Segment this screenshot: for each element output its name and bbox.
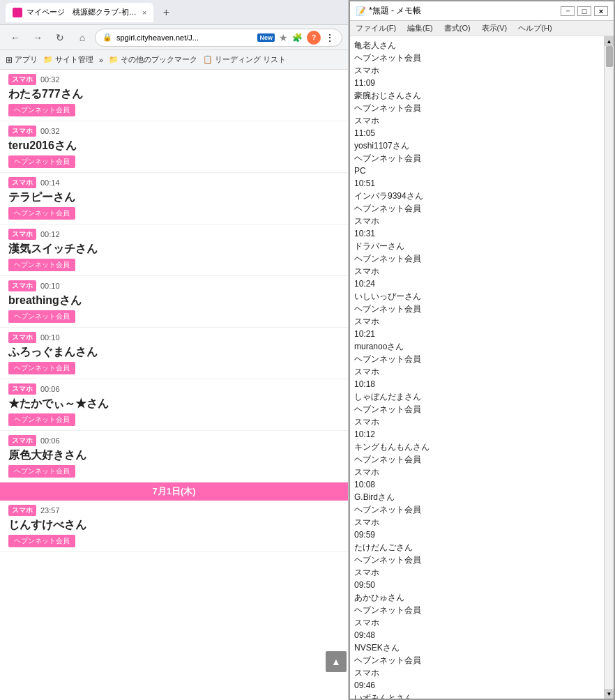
profile-icon[interactable]: ？ (307, 31, 321, 45)
browser-controls: ← → ↻ ⌂ 🔒 spgirl.cityheaven.net/J... New… (0, 25, 348, 50)
visitor-entry[interactable]: スマホ00:06原色大好きさんヘブンネット会員 (0, 431, 348, 482)
notepad-window: 📝 *無題 - メモ帳 － □ × ファイル(F) 編集(E) 書式(O) 表示… (349, 0, 615, 700)
browser-tab[interactable]: マイページ 桃源郷クラブ-初美 あい × (6, 3, 153, 22)
time-label: 00:32 (40, 75, 60, 84)
browser-window: マイページ 桃源郷クラブ-初美 あい × + ← → ↻ ⌂ 🔒 spgirl.… (0, 0, 349, 700)
member-badge: ヘブンネット会員 (8, 259, 75, 271)
tab-title: マイページ 桃源郷クラブ-初美 あい (26, 7, 138, 17)
scroll-up-arrow[interactable]: ▲ (605, 36, 614, 46)
reading-list[interactable]: 📋 リーディング リスト (203, 54, 286, 65)
home-button[interactable]: ⌂ (73, 28, 92, 47)
new-tab-button[interactable]: + (156, 3, 176, 22)
visitor-name[interactable]: テラピーさん (8, 190, 340, 205)
bookmarks-bar: ⊞ アプリ 📁 サイト管理 » 📁 その他のブックマーク 📋 リーディング リス… (0, 50, 348, 70)
member-badge: ヘブンネット会員 (8, 207, 75, 220)
device-badge: スマホ (8, 332, 36, 343)
time-label: 00:12 (40, 230, 60, 238)
notepad-maximize-button[interactable]: □ (577, 6, 591, 16)
device-badge: スマホ (8, 177, 36, 188)
visitor-name[interactable]: 漢気スイッチさん (8, 242, 340, 257)
visitor-entry[interactable]: スマホ00:32わたる777さんヘブンネット会員 (0, 70, 348, 121)
member-badge: ヘブンネット会員 (8, 465, 75, 478)
time-label: 00:06 (40, 436, 60, 445)
menu-file[interactable]: ファイル(F) (353, 22, 399, 35)
visitor-name[interactable]: わたる777さん (8, 87, 340, 102)
time-label: 00:32 (40, 127, 60, 135)
member-badge: ヘブンネット会員 (8, 104, 75, 116)
scroll-track[interactable] (605, 46, 614, 689)
other-bookmarks[interactable]: 📁 その他のブックマーク (109, 54, 197, 65)
forward-button[interactable]: → (28, 28, 47, 47)
device-badge: スマホ (8, 280, 36, 291)
menu-view[interactable]: 表示(V) (479, 22, 510, 35)
member-badge: ヘブンネット会員 (8, 413, 75, 426)
more-bookmarks[interactable]: » (99, 56, 103, 64)
browser-content[interactable]: スマホ00:32わたる777さんヘブンネット会員スマホ00:32teru2016… (0, 70, 348, 700)
back-button[interactable]: ← (6, 28, 25, 47)
apps-grid-icon: ⊞ (6, 55, 13, 65)
visitor-name[interactable]: breathingさん (8, 294, 340, 308)
time-label: 00:10 (40, 282, 60, 290)
address-text: spgirl.cityheaven.net/J... (116, 33, 250, 42)
visitor-entry[interactable]: スマホ00:10breathingさんヘブンネット会員 (0, 276, 348, 328)
admin-label: サイト管理 (55, 54, 93, 65)
visitor-entry[interactable]: スマホ23:57じんすけべさんヘブンネット会員 (0, 501, 348, 552)
visitor-entry[interactable]: スマホ00:12漢気スイッチさんヘブンネット会員 (0, 225, 348, 276)
device-badge: スマホ (8, 229, 36, 240)
scroll-up-button[interactable]: ▲ (326, 651, 347, 672)
refresh-button[interactable]: ↻ (50, 28, 70, 47)
folder-icon: 📁 (43, 55, 53, 64)
member-badge: ヘブンネット会員 (8, 310, 75, 323)
member-badge: ヘブンネット会員 (8, 362, 75, 374)
time-label: 00:10 (40, 333, 60, 342)
browser-titlebar: マイページ 桃源郷クラブ-初美 あい × + (0, 0, 348, 25)
notepad-titlebar: 📝 *無題 - メモ帳 － □ × (350, 1, 614, 21)
visitor-name[interactable]: 原色大好きさん (8, 448, 340, 463)
extension-icon[interactable]: 🧩 (292, 33, 303, 43)
more-icon: » (99, 56, 103, 64)
visitor-name[interactable]: ふろっぐまんさん (8, 345, 340, 360)
time-label: 00:06 (40, 385, 60, 393)
other-bookmarks-label: その他のブックマーク (121, 54, 197, 65)
notepad-menubar: ファイル(F) 編集(E) 書式(O) 表示(V) ヘルプ(H) (350, 21, 614, 36)
visitor-entry[interactable]: スマホ00:10ふろっぐまんさんヘブンネット会員 (0, 328, 348, 379)
notepad-minimize-button[interactable]: － (561, 6, 575, 16)
tab-close-icon[interactable]: × (142, 8, 146, 17)
reading-list-icon: 📋 (203, 55, 213, 64)
menu-icon[interactable]: ⋮ (325, 32, 335, 43)
notepad-title: *無題 - メモ帳 (369, 5, 558, 17)
tab-favicon-icon (13, 8, 22, 17)
new-badge: New (257, 33, 275, 42)
visitor-name[interactable]: じんすけべさん (8, 518, 340, 533)
device-badge: スマホ (8, 74, 36, 85)
menu-edit[interactable]: 編集(E) (404, 22, 436, 35)
device-badge: スマホ (8, 505, 36, 516)
notepad-text-area[interactable]: 亀老人さん ヘブンネット会員 スマホ 11:09 豪腕おじさんさん ヘブンネット… (350, 36, 604, 699)
scroll-thumb[interactable] (606, 46, 613, 67)
time-label: 23:57 (40, 506, 60, 515)
visitor-entry[interactable]: スマホ00:14テラピーさんヘブンネット会員 (0, 173, 348, 225)
visitor-entry[interactable]: スマホ00:06★たかでぃ～★さんヘブンネット会員 (0, 379, 348, 431)
menu-help[interactable]: ヘルプ(H) (515, 22, 554, 35)
date-separator: 7月1日(木) (0, 482, 348, 501)
member-badge: ヘブンネット会員 (8, 155, 75, 168)
menu-format[interactable]: 書式(O) (441, 22, 473, 35)
device-badge: スマホ (8, 383, 36, 395)
visitor-name[interactable]: ★たかでぃ～★さん (8, 397, 340, 411)
device-badge: スマホ (8, 125, 36, 137)
address-bar[interactable]: 🔒 spgirl.cityheaven.net/J... New ★ 🧩 ？ ⋮ (95, 29, 342, 47)
device-badge: スマホ (8, 435, 36, 446)
notepad-body: 亀老人さん ヘブンネット会員 スマホ 11:09 豪腕おじさんさん ヘブンネット… (350, 36, 614, 699)
scroll-down-arrow[interactable]: ▼ (605, 689, 614, 699)
notepad-close-button[interactable]: × (594, 6, 608, 16)
star-icon[interactable]: ★ (279, 32, 288, 43)
time-label: 00:14 (40, 178, 60, 187)
visitor-name[interactable]: teru2016さん (8, 139, 340, 153)
notepad-app-icon: 📝 (356, 6, 366, 16)
admin-bookmark[interactable]: 📁 サイト管理 (43, 54, 93, 65)
member-badge: ヘブンネット会員 (8, 535, 75, 547)
visitor-entry[interactable]: スマホ00:32teru2016さんヘブンネット会員 (0, 121, 348, 173)
reading-list-label: リーディング リスト (215, 54, 286, 65)
apps-bookmark[interactable]: ⊞ アプリ (6, 54, 38, 65)
lock-icon: 🔒 (102, 33, 112, 42)
